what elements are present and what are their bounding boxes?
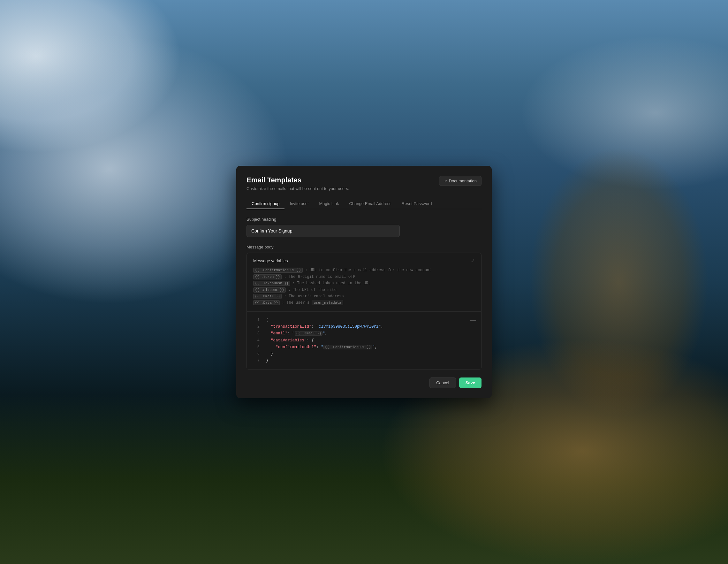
var-tag-2: {{ .Token }} xyxy=(253,274,282,279)
documentation-button[interactable]: ↗ Documentation xyxy=(439,176,482,186)
tabs-bar: Confirm signup Invite user Magic Link Ch… xyxy=(246,199,482,209)
variables-header: Message variables ⤢ xyxy=(253,258,475,263)
var-line-2: {{ .Token }} : The 6-digit numeric email… xyxy=(253,274,475,280)
code-line-5: 5 "confirmationUrl": "{{ .ConfirmationUR… xyxy=(247,344,481,351)
minimize-icon[interactable]: — xyxy=(470,317,476,324)
tab-invite-user[interactable]: Invite user xyxy=(284,199,314,209)
modal-footer: Cancel Save xyxy=(246,377,482,388)
save-button[interactable]: Save xyxy=(459,377,482,388)
modal-subtitle: Customize the emails that will be sent o… xyxy=(246,186,349,191)
code-line-1: 1 { xyxy=(247,317,481,324)
var-tag-4: {{ .SiteURL }} xyxy=(253,287,286,293)
code-line-6: 6 } xyxy=(247,351,481,357)
user-metadata-tag: user_metadata xyxy=(312,300,343,305)
var-tag-3: {{ .TokenHash }} xyxy=(253,281,290,286)
code-container: Message variables ⤢ {{ .ConfirmationURL … xyxy=(246,253,482,370)
tab-magic-link[interactable]: Magic Link xyxy=(314,199,344,209)
variables-title: Message variables xyxy=(253,258,288,263)
subject-heading-label: Subject heading xyxy=(246,217,482,222)
tab-change-email[interactable]: Change Email Address xyxy=(344,199,397,209)
modal-title-group: Email Templates Customize the emails tha… xyxy=(246,176,349,191)
modal-title: Email Templates xyxy=(246,176,349,184)
subject-input[interactable] xyxy=(246,225,400,237)
message-body-label: Message body xyxy=(246,245,482,249)
code-line-7: 7 } xyxy=(247,357,481,364)
var-line-1: {{ .ConfirmationURL }} : URL to confirm … xyxy=(253,267,475,273)
var-line-3: {{ .TokenHash }} : The hashed token used… xyxy=(253,280,475,286)
var-tag-5: {{ .Email }} xyxy=(253,294,282,299)
var-line-5: {{ .Email }} : The user's email address xyxy=(253,293,475,300)
var-line-4: {{ .SiteURL }} : The URL of the site xyxy=(253,287,475,293)
code-editor[interactable]: — 1 { 2 "transactionalId": "clvmzp39u035… xyxy=(247,312,481,370)
tab-confirm-signup[interactable]: Confirm signup xyxy=(246,199,284,209)
variables-panel: Message variables ⤢ {{ .ConfirmationURL … xyxy=(247,253,481,311)
doc-button-label: Documentation xyxy=(449,179,477,183)
code-line-4: 4 "dataVariables": { xyxy=(247,337,481,344)
tab-reset-password[interactable]: Reset Password xyxy=(397,199,437,209)
cancel-button[interactable]: Cancel xyxy=(429,377,456,388)
var-tag-6: {{ .Data }} xyxy=(253,300,280,305)
code-line-3: 3 "email": "{{ .Email }}", xyxy=(247,330,481,337)
var-tag-1: {{ .ConfirmationURL }} xyxy=(253,268,303,273)
code-line-2: 2 "transactionalId": "clvmzp39u035tl50pw… xyxy=(247,324,481,330)
overlay: Email Templates Customize the emails tha… xyxy=(0,0,728,564)
external-link-icon: ↗ xyxy=(444,179,447,183)
expand-icon[interactable]: ⤢ xyxy=(471,258,475,263)
modal-header: Email Templates Customize the emails tha… xyxy=(246,176,482,191)
var-line-6: {{ .Data }} : The user's user_metadata xyxy=(253,300,475,306)
modal: Email Templates Customize the emails tha… xyxy=(236,166,492,398)
